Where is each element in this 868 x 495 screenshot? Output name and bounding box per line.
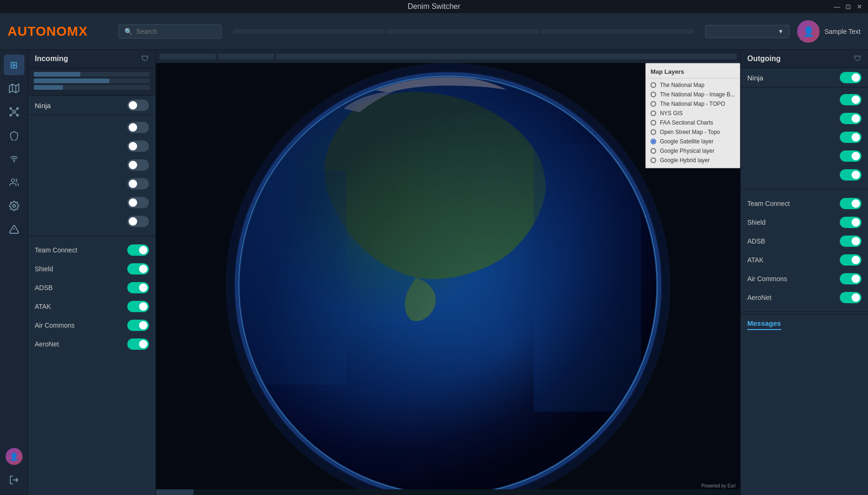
- team-connect-item-left[interactable]: Team Connect: [28, 241, 155, 259]
- empty-toggle-5[interactable]: [28, 193, 155, 212]
- sidebar-item-drone[interactable]: [4, 102, 24, 122]
- sidebar-item-layers[interactable]: ⊞: [4, 55, 24, 75]
- chevron-down-icon: ▼: [778, 28, 783, 35]
- air-commons-item-left[interactable]: Air Commons: [28, 316, 155, 335]
- toggle-r4[interactable]: [840, 150, 861, 162]
- empty-toggle-6[interactable]: [28, 212, 155, 231]
- atak-item-right[interactable]: ATAK: [741, 251, 868, 269]
- air-commons-toggle-right[interactable]: [840, 273, 861, 284]
- ninja-toggle-left[interactable]: [127, 100, 149, 111]
- toggle-2-left[interactable]: [127, 141, 149, 152]
- aeronet-toggle-right[interactable]: [840, 292, 861, 303]
- map-layers-title: Map Layers: [646, 66, 740, 79]
- air-commons-toggle-left[interactable]: [127, 320, 149, 331]
- sidebar-item-logout[interactable]: [4, 470, 24, 490]
- toggle-r2[interactable]: [840, 113, 861, 124]
- sidebar-item-settings[interactable]: [4, 196, 24, 216]
- right-panel-icon-btn[interactable]: 🛡: [854, 55, 861, 63]
- sidebar-item-map[interactable]: [4, 78, 24, 99]
- ninja-toggle-right[interactable]: [840, 72, 861, 83]
- divider-right-2: [741, 312, 868, 312]
- toggle-r1[interactable]: [840, 94, 861, 105]
- close-button[interactable]: ✕: [856, 3, 863, 10]
- search-box[interactable]: 🔍: [118, 24, 222, 39]
- adsb-item-left[interactable]: ADSB: [28, 278, 155, 297]
- map-scrollbar[interactable]: [156, 489, 740, 495]
- map-layer-option[interactable]: Google Physical layer: [646, 146, 740, 156]
- empty-toggle-1[interactable]: [28, 118, 155, 137]
- map-layer-label: Google Satellite layer: [660, 138, 713, 145]
- left-panel-header: Incoming 🛡: [28, 50, 155, 68]
- ninja-row-right: Ninja: [741, 68, 868, 87]
- sidebar-item-shield[interactable]: [4, 125, 24, 146]
- aeronet-item-left[interactable]: AeroNet: [28, 335, 155, 354]
- map-layer-option[interactable]: Google Hybrid layer: [646, 156, 740, 165]
- avatar: 👤: [797, 20, 820, 43]
- map-tab-3[interactable]: [276, 54, 736, 59]
- map-layer-option[interactable]: FAA Sectional Charts: [646, 118, 740, 127]
- team-connect-toggle-right[interactable]: [840, 198, 861, 209]
- shield-item-left[interactable]: Shield: [28, 259, 155, 278]
- ninja-label-left: Ninja: [35, 102, 51, 110]
- divider-left-1: [28, 236, 155, 236]
- map-area[interactable]: Map Layers The National MapThe National …: [156, 50, 740, 495]
- toggle-1-left[interactable]: [127, 122, 149, 133]
- empty-toggle-2[interactable]: [28, 137, 155, 156]
- adsb-item-right[interactable]: ADSB: [741, 232, 868, 251]
- empty-toggle-r3[interactable]: [741, 128, 868, 147]
- left-panel-icon-btn[interactable]: 🛡: [141, 55, 149, 63]
- team-connect-item-right[interactable]: Team Connect: [741, 194, 868, 213]
- search-icon: 🔍: [124, 28, 132, 35]
- map-tab-2[interactable]: [218, 54, 274, 59]
- messages-title[interactable]: Messages: [747, 319, 781, 330]
- map-layer-option[interactable]: NYS GIS: [646, 109, 740, 118]
- adsb-toggle-right[interactable]: [840, 236, 861, 247]
- toggle-r3[interactable]: [840, 132, 861, 143]
- sidebar-item-people[interactable]: [4, 172, 24, 193]
- map-layer-option[interactable]: The National Map - Image B...: [646, 90, 740, 99]
- restore-button[interactable]: ⊡: [845, 3, 852, 10]
- map-top-bar: [156, 50, 740, 63]
- empty-toggle-r2[interactable]: [741, 109, 868, 128]
- radio-circle: [651, 92, 656, 97]
- atak-item-left[interactable]: ATAK: [28, 297, 155, 316]
- aeronet-item-right[interactable]: AeroNet: [741, 288, 868, 307]
- adsb-toggle-left[interactable]: [127, 282, 149, 293]
- shield-item-right[interactable]: Shield: [741, 213, 868, 232]
- empty-toggle-r5[interactable]: [741, 165, 868, 184]
- sidebar-item-wifi[interactable]: [4, 149, 24, 169]
- empty-toggle-r4[interactable]: [741, 147, 868, 165]
- atak-toggle-right[interactable]: [840, 254, 861, 266]
- map-tab-1[interactable]: [160, 54, 216, 59]
- empty-toggles-left: [28, 115, 155, 234]
- svg-point-3: [13, 110, 16, 113]
- dropdown-selector[interactable]: ▼: [705, 25, 790, 38]
- air-commons-item-right[interactable]: Air Commons: [741, 269, 868, 288]
- empty-toggle-4[interactable]: [28, 174, 155, 193]
- toggle-r5[interactable]: [840, 169, 861, 181]
- shield-toggle-left[interactable]: [127, 263, 149, 275]
- radio-circle: [651, 157, 656, 163]
- map-layer-label: NYS GIS: [660, 110, 683, 117]
- empty-toggle-3[interactable]: [28, 156, 155, 174]
- map-layer-option[interactable]: Open Street Map - Topo: [646, 127, 740, 137]
- atak-toggle-left[interactable]: [127, 301, 149, 312]
- map-layer-option[interactable]: The National Map - TOPO: [646, 99, 740, 109]
- minimize-button[interactable]: —: [833, 3, 841, 10]
- toggle-4-left[interactable]: [127, 178, 149, 189]
- toggle-5-left[interactable]: [127, 197, 149, 208]
- map-layer-option[interactable]: Google Satellite layer: [646, 137, 740, 146]
- search-input[interactable]: [136, 28, 216, 35]
- svg-point-8: [14, 161, 15, 162]
- toggle-3-left[interactable]: [127, 159, 149, 171]
- sidebar-item-user[interactable]: 👤: [4, 446, 24, 467]
- shield-toggle-right[interactable]: [840, 217, 861, 228]
- empty-toggle-r1[interactable]: [741, 90, 868, 109]
- sidebar-item-warning[interactable]: [4, 219, 24, 240]
- aeronet-toggle-left[interactable]: [127, 338, 149, 350]
- map-scrollbar-thumb[interactable]: [156, 489, 194, 495]
- team-connect-toggle-left[interactable]: [127, 244, 149, 256]
- map-layer-option[interactable]: The National Map: [646, 80, 740, 90]
- icon-sidebar: ⊞ 👤: [0, 50, 28, 495]
- toggle-6-left[interactable]: [127, 216, 149, 227]
